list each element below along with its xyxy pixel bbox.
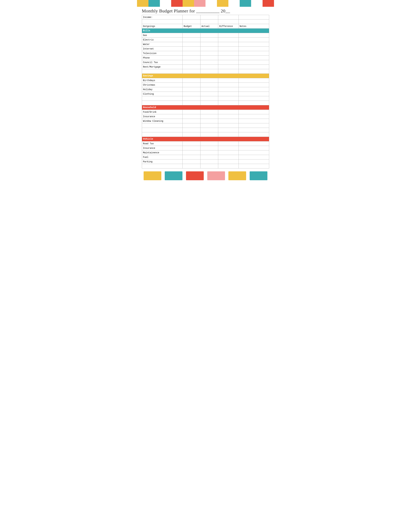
table-container: Income: Outgoings Budget Actual Differen…	[137, 15, 274, 170]
bar-yellow-1	[137, 0, 149, 7]
bar-pink-1	[194, 0, 206, 7]
table-row: Council Tax	[142, 60, 269, 65]
page: Monthly Budget Planner for __________ 20…	[137, 0, 274, 181]
row-gas: Gas	[142, 33, 183, 38]
bar-red-1	[171, 0, 183, 7]
row-birthdays: Birthdays	[142, 78, 183, 83]
row-electric: Electric	[142, 38, 183, 42]
bar-red-2	[262, 0, 274, 7]
bar-yellow-3	[217, 0, 228, 7]
table-row: Food/Drink	[142, 110, 269, 114]
row-christmas: Christmas	[142, 83, 183, 87]
table-row: Clothing	[142, 92, 269, 96]
table-row: Phone	[142, 56, 269, 60]
col-difference: Difference	[218, 24, 239, 28]
table-row: Holiday	[142, 87, 269, 92]
table-row: Electric	[142, 38, 269, 42]
row-holiday: Holiday	[142, 87, 183, 92]
column-header-row: Outgoings Budget Actual Difference Notes	[142, 24, 269, 28]
bar-gap-3	[228, 0, 240, 7]
table-row: Maintainence	[142, 150, 269, 155]
page-title: Monthly Budget Planner for __________ 20…	[142, 8, 230, 13]
category-bills: Bills	[142, 28, 269, 33]
table-row: Birthdays	[142, 78, 269, 83]
bar-yellow-2	[183, 0, 194, 7]
row-rent: Rent/Mortgage	[142, 65, 183, 69]
col-actual: Actual	[200, 24, 218, 28]
empty-row-bills	[142, 69, 269, 74]
table-row: Insurance	[142, 146, 269, 150]
empty-row-hh-3	[142, 132, 269, 137]
empty-row-hh-1	[142, 123, 269, 128]
bottom-block-pink	[207, 171, 225, 180]
row-television: Television	[142, 51, 183, 56]
table-row: Road Tax	[142, 141, 269, 146]
row-insurance-hh: Insurance	[142, 114, 183, 119]
table-row: Television	[142, 51, 269, 56]
bar-gap-2	[206, 0, 217, 7]
top-color-bar	[137, 0, 274, 7]
table-row: Internet	[142, 47, 269, 51]
table-row: Fuel	[142, 155, 269, 160]
row-internet: Internet	[142, 47, 183, 51]
bottom-block-teal	[165, 171, 182, 180]
income-actual	[200, 15, 218, 19]
row-insurance-v: Insurance	[142, 146, 183, 150]
row-parking: Parking	[142, 160, 183, 164]
category-household: Household	[142, 105, 269, 110]
savings-label: Savings	[142, 74, 269, 78]
row-road-tax: Road Tax	[142, 141, 183, 146]
empty-row-hh-2	[142, 128, 269, 132]
table-row: Insurance	[142, 114, 269, 119]
col-outgoings: Outgoings	[142, 24, 183, 28]
row-window-cleaning: Window Cleaning	[142, 119, 183, 123]
bottom-block-yellow2	[228, 171, 246, 180]
bottom-block-yellow	[144, 171, 161, 180]
income-label: Income:	[142, 15, 183, 19]
table-row: Christmas	[142, 83, 269, 87]
row-phone: Phone	[142, 56, 183, 60]
household-label: Household	[142, 105, 269, 110]
title-area: Monthly Budget Planner for __________ 20…	[137, 7, 274, 15]
empty-row-savings-2	[142, 101, 269, 105]
bottom-block-red	[186, 171, 204, 180]
bar-teal-2	[240, 0, 251, 7]
row-clothing: Clothing	[142, 92, 183, 96]
bar-teal-1	[149, 0, 160, 7]
budget-table: Income: Outgoings Budget Actual Differen…	[142, 15, 269, 169]
empty-row-savings-1	[142, 96, 269, 101]
category-savings: Savings	[142, 74, 269, 78]
income-diff	[218, 15, 239, 19]
table-row: Water	[142, 42, 269, 47]
table-row: Parking	[142, 160, 269, 164]
bills-label: Bills	[142, 28, 269, 33]
bottom-block-teal2	[250, 171, 267, 180]
bar-gap-4	[251, 0, 262, 7]
row-maintainence: Maintainence	[142, 150, 183, 155]
col-budget: Budget	[183, 24, 200, 28]
income-budget	[183, 15, 200, 19]
bottom-color-bar	[137, 170, 274, 181]
table-row: Window Cleaning	[142, 119, 269, 123]
income-row: Income:	[142, 15, 269, 19]
category-vehicle: Vehicle	[142, 137, 269, 141]
bar-gap-1	[160, 0, 171, 7]
row-fuel: Fuel	[142, 155, 183, 160]
table-row: Gas	[142, 33, 269, 38]
table-row: Rent/Mortgage	[142, 65, 269, 69]
vehicle-label: Vehicle	[142, 137, 269, 141]
row-council-tax: Council Tax	[142, 60, 183, 65]
row-food-drink: Food/Drink	[142, 110, 183, 114]
income-notes	[239, 15, 269, 19]
empty-row-1	[142, 19, 269, 24]
empty-row-v-1	[142, 164, 269, 169]
col-notes: Notes	[239, 24, 269, 28]
row-water: Water	[142, 42, 183, 47]
